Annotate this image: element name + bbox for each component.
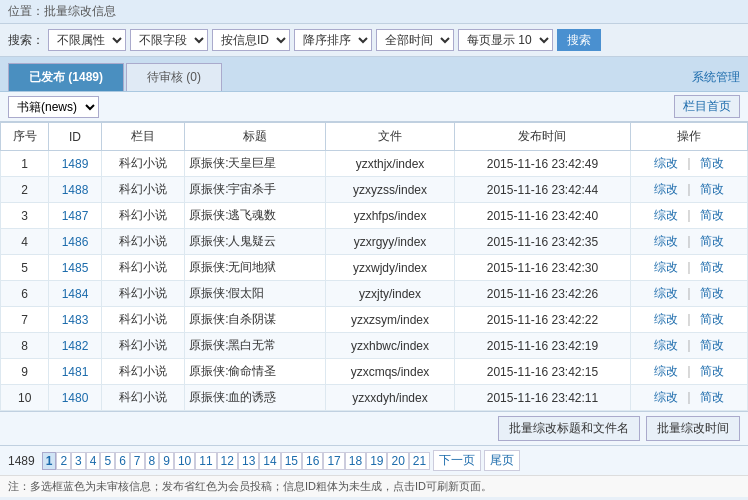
- del-link[interactable]: 简改: [700, 182, 724, 196]
- cell-time: 2015-11-16 23:42:11: [454, 385, 630, 411]
- del-link[interactable]: 简改: [700, 260, 724, 274]
- tab-published[interactable]: 已发布 (1489): [8, 63, 124, 91]
- tab-pending[interactable]: 待审核 (0): [126, 63, 222, 91]
- cell-time: 2015-11-16 23:42:26: [454, 281, 630, 307]
- sub-bar: 书籍(news) 栏目首页: [0, 92, 748, 122]
- page-btn-10[interactable]: 10: [174, 452, 195, 470]
- cell-file: yzxwjdy/index: [326, 255, 454, 281]
- search-attribute-select[interactable]: 不限属性: [48, 29, 126, 51]
- del-link[interactable]: 简改: [700, 338, 724, 352]
- page-btn-7[interactable]: 7: [130, 452, 145, 470]
- search-button[interactable]: 搜索: [557, 29, 601, 51]
- search-order-select[interactable]: 降序排序: [294, 29, 372, 51]
- page-btn-3[interactable]: 3: [71, 452, 86, 470]
- section-select[interactable]: 书籍(news): [8, 96, 99, 118]
- cell-seq: 2: [1, 177, 49, 203]
- content-table: 序号 ID 栏目 标题 文件 发布时间 操作 1 1489 科幻小说 原振侠:天…: [0, 122, 748, 411]
- cell-id: 1481: [49, 359, 101, 385]
- col-header-id: ID: [49, 123, 101, 151]
- page-btn-20[interactable]: 20: [387, 452, 408, 470]
- search-perpage-select[interactable]: 每页显示 10: [458, 29, 553, 51]
- edit-link[interactable]: 综改: [654, 364, 678, 378]
- cell-action: 综改 ｜ 简改: [631, 151, 748, 177]
- table-row: 8 1482 科幻小说 原振侠:黑白无常 yzxhbwc/index 2015-…: [1, 333, 748, 359]
- table-row: 5 1485 科幻小说 原振侠:无间地狱 yzxwjdy/index 2015-…: [1, 255, 748, 281]
- edit-link[interactable]: 综改: [654, 286, 678, 300]
- cell-column: 科幻小说: [101, 255, 185, 281]
- cell-file: yzxhfps/index: [326, 203, 454, 229]
- page-btn-9[interactable]: 9: [159, 452, 174, 470]
- action-sep: ｜: [683, 312, 695, 326]
- table-row: 2 1488 科幻小说 原振侠:宇宙杀手 yzxyzss/index 2015-…: [1, 177, 748, 203]
- system-mgmt-link[interactable]: 系统管理: [692, 69, 740, 91]
- cell-action: 综改 ｜ 简改: [631, 255, 748, 281]
- last-page-btn[interactable]: 尾页: [484, 450, 520, 471]
- del-link[interactable]: 简改: [700, 156, 724, 170]
- search-bar: 搜索： 不限属性 不限字段 按信息ID 降序排序 全部时间 每页显示 10 搜索: [0, 24, 748, 57]
- cell-id: 1480: [49, 385, 101, 411]
- cell-title: 原振侠:宇宙杀手: [185, 177, 326, 203]
- batch-time-btn[interactable]: 批量综改时间: [646, 416, 740, 441]
- page-btn-21[interactable]: 21: [409, 452, 430, 470]
- page-btn-4[interactable]: 4: [86, 452, 101, 470]
- cell-title: 原振侠:逃飞魂数: [185, 203, 326, 229]
- del-link[interactable]: 简改: [700, 286, 724, 300]
- cell-title: 原振侠:人鬼疑云: [185, 229, 326, 255]
- cell-seq: 8: [1, 333, 49, 359]
- edit-link[interactable]: 综改: [654, 234, 678, 248]
- page-btn-17[interactable]: 17: [323, 452, 344, 470]
- cell-id: 1484: [49, 281, 101, 307]
- page-btn-14[interactable]: 14: [259, 452, 280, 470]
- edit-link[interactable]: 综改: [654, 390, 678, 404]
- cell-action: 综改 ｜ 简改: [631, 281, 748, 307]
- note-text: 注：多选框蓝色为未审核信息；发布省红色为会员投稿；信息ID粗体为未生成，点击ID…: [8, 480, 492, 492]
- page-btn-13[interactable]: 13: [238, 452, 259, 470]
- table-row: 7 1483 科幻小说 原振侠:自杀阴谋 yzxzsym/index 2015-…: [1, 307, 748, 333]
- page-btn-19[interactable]: 19: [366, 452, 387, 470]
- page-btn-16[interactable]: 16: [302, 452, 323, 470]
- edit-link[interactable]: 综改: [654, 156, 678, 170]
- search-field-select[interactable]: 不限字段: [130, 29, 208, 51]
- del-link[interactable]: 简改: [700, 234, 724, 248]
- page-btn-1[interactable]: 1: [42, 452, 57, 470]
- search-time-select[interactable]: 全部时间: [376, 29, 454, 51]
- total-count: 1489: [8, 454, 35, 468]
- table-row: 9 1481 科幻小说 原振侠:偷命情圣 yzxcmqs/index 2015-…: [1, 359, 748, 385]
- batch-title-file-btn[interactable]: 批量综改标题和文件名: [498, 416, 640, 441]
- action-sep: ｜: [683, 286, 695, 300]
- table-row: 6 1484 科幻小说 原振侠:假太阳 yzxjty/index 2015-11…: [1, 281, 748, 307]
- action-sep: ｜: [683, 364, 695, 378]
- action-sep: ｜: [683, 182, 695, 196]
- page-btn-6[interactable]: 6: [115, 452, 130, 470]
- edit-link[interactable]: 综改: [654, 260, 678, 274]
- front-page-button[interactable]: 栏目首页: [674, 95, 740, 118]
- next-page-btn[interactable]: 下一页: [433, 450, 481, 471]
- del-link[interactable]: 简改: [700, 312, 724, 326]
- edit-link[interactable]: 综改: [654, 208, 678, 222]
- cell-action: 综改 ｜ 简改: [631, 385, 748, 411]
- cell-file: yzxxdyh/index: [326, 385, 454, 411]
- page-btn-8[interactable]: 8: [145, 452, 160, 470]
- del-link[interactable]: 简改: [700, 364, 724, 378]
- cell-file: yzxcmqs/index: [326, 359, 454, 385]
- page-btn-11[interactable]: 11: [195, 452, 216, 470]
- cell-action: 综改 ｜ 简改: [631, 229, 748, 255]
- page-btn-18[interactable]: 18: [345, 452, 366, 470]
- edit-link[interactable]: 综改: [654, 182, 678, 196]
- cell-action: 综改 ｜ 简改: [631, 359, 748, 385]
- col-header-time: 发布时间: [454, 123, 630, 151]
- edit-link[interactable]: 综改: [654, 338, 678, 352]
- page-btn-15[interactable]: 15: [281, 452, 302, 470]
- del-link[interactable]: 简改: [700, 390, 724, 404]
- page-btn-12[interactable]: 12: [217, 452, 238, 470]
- action-sep: ｜: [683, 208, 695, 222]
- cell-column: 科幻小说: [101, 229, 185, 255]
- col-header-action: 操作: [631, 123, 748, 151]
- cell-id: 1482: [49, 333, 101, 359]
- page-btn-5[interactable]: 5: [100, 452, 115, 470]
- page-btn-2[interactable]: 2: [56, 452, 71, 470]
- cell-time: 2015-11-16 23:42:19: [454, 333, 630, 359]
- del-link[interactable]: 简改: [700, 208, 724, 222]
- search-sort-id-select[interactable]: 按信息ID: [212, 29, 290, 51]
- edit-link[interactable]: 综改: [654, 312, 678, 326]
